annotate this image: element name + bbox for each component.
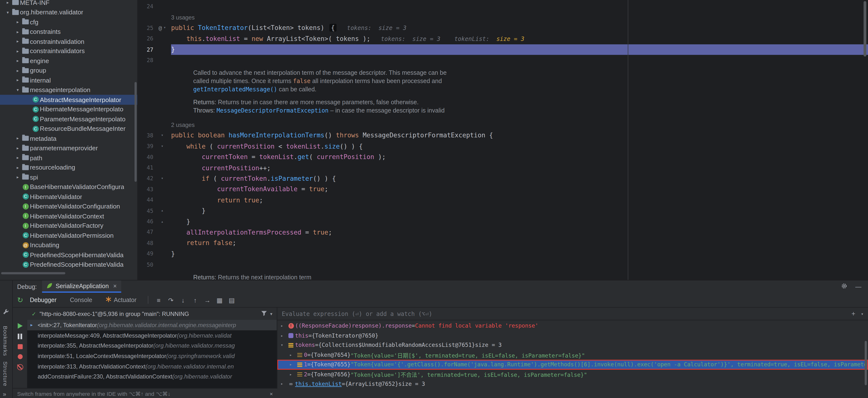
code-line[interactable]: 42▾ if ( currentToken.isParameter() ) { [138,173,868,184]
step-into-icon[interactable]: ↓ [177,297,189,304]
code-editor[interactable]: 243 usages25@▾public TokenIterator(List<… [138,0,868,280]
tree-item[interactable]: ▸constraints [0,27,137,36]
chevron-right-icon[interactable]: ▸ [289,372,296,376]
resume-icon[interactable] [18,323,22,329]
tree-item[interactable]: @Incubating [0,240,137,250]
code-line[interactable]: 24 [138,1,868,12]
tree-item[interactable]: ▸group [0,66,137,76]
stack-frame-row[interactable]: interpolateMessage:409, AbstractMessageI… [27,330,277,340]
chevron-right-icon[interactable]: ▸ [14,39,21,44]
chevron-right-icon[interactable]: ▸ [289,362,296,367]
view-breakpoints-icon[interactable] [18,354,22,359]
usages-annotation[interactable]: 2 usages [171,121,195,128]
chevron-down-icon[interactable]: ▾ [14,87,21,92]
chevron-right-icon[interactable]: ▸ [281,323,287,328]
annotation-gutter-icon[interactable]: @ [159,25,162,31]
tree-item[interactable]: ▸internal [0,75,137,85]
tree-item[interactable]: ▸metadata [0,134,137,143]
usages-annotation[interactable]: 3 usages [171,14,195,21]
hide-panel-icon[interactable]: — [855,283,862,290]
rerun-icon[interactable]: ↻ [17,296,23,304]
fold-icon[interactable]: ▾ [161,176,163,181]
chevron-right-icon[interactable]: ▸ [289,352,296,357]
step-over-icon[interactable]: ↷ [165,296,177,304]
watch-row[interactable]: ▸this = {TokenIterator@7650} [277,331,868,340]
step-out-icon[interactable]: ↑ [189,297,201,304]
chevron-right-icon[interactable]: ▸ [14,49,21,54]
filter-funnel-icon[interactable] [261,310,267,317]
tree-item[interactable]: CHibernateValidatorPermission [0,231,137,240]
editor-scrollbar[interactable] [864,1,866,57]
add-watch-icon[interactable]: + [851,310,855,318]
chevron-right-icon[interactable]: ▸ [14,29,21,34]
tab-actuator[interactable]: Actuator [99,292,143,307]
tree-item[interactable]: ▸engine [0,56,137,66]
javadoc-code-link[interactable]: getInterpolatedMessage() [193,86,277,92]
execution-point-line[interactable]: 27} [138,44,868,55]
bookmarks-tool-button[interactable]: Bookmarks [2,326,8,356]
chevron-right-icon[interactable]: ▸ [14,146,21,150]
tree-item[interactable]: IHibernateValidatorFactory [0,221,137,231]
tree-item[interactable]: CPredefinedScopeHibernateValida [0,250,137,260]
run-config-tab[interactable]: SerializeApplication × [42,280,121,292]
code-line[interactable]: 38▾public boolean hasMoreInterpolationTe… [138,130,868,141]
watch-row[interactable]: ▸∞this.tokenList = {ArrayList@7652} size… [277,379,868,389]
show-execution-point-icon[interactable]: ≡ [153,297,165,304]
gear-icon[interactable] [841,283,847,291]
code-line[interactable]: 28 [138,55,868,65]
tree-item[interactable]: ▾messageinterpolation [0,85,137,95]
stack-frame-row[interactable]: interpolate:313, AbstractValidationConte… [27,361,277,371]
chevron-right-icon[interactable]: ▸ [14,20,21,24]
chevron-right-icon[interactable]: ▸ [14,165,21,170]
watch-row[interactable]: ▸0 = {Token@7654} "Token{value='日期[$', t… [277,350,868,360]
code-line[interactable]: 47 allInterpolationTermsProcessed = true… [138,227,868,237]
stack-frame-row[interactable]: ▸<init>:27, TokenIterator (org.hibernate… [27,320,277,330]
code-line[interactable]: 49} [138,248,868,259]
chevron-down-icon[interactable]: ▾ [4,10,11,15]
code-line[interactable]: 26 this.tokenList = new ArrayList<Token>… [138,33,868,44]
watch-row[interactable]: ▸!((ResponseFacade)response).response = … [277,321,868,331]
tree-horizontal-scrollbar[interactable] [1,272,65,274]
close-icon[interactable]: × [113,283,117,289]
tree-vertical-scrollbar[interactable] [134,82,137,182]
watches-scrollbar[interactable] [865,341,867,385]
tree-item[interactable]: IBaseHibernateValidatorConfigura [0,182,137,192]
tree-item[interactable]: ▸path [0,153,137,163]
stack-frame-row[interactable]: interpolate:355, AbstractMessageInterpol… [27,341,277,351]
tab-console[interactable]: Console [63,292,99,307]
fold-icon[interactable]: ▾ [163,26,166,30]
tab-debugger[interactable]: Debugger [23,292,63,307]
code-line[interactable]: 41 currentPosition++; [138,163,868,173]
tree-item[interactable]: ▸META-INF [0,0,137,7]
code-line[interactable]: 25@▾public TokenIterator(List<Token> tok… [138,23,868,33]
stack-frame-row[interactable]: addConstraintFailure:230, AbstractValida… [27,371,277,382]
tree-item[interactable]: ▸constraintvalidation [0,36,137,46]
chevron-right-icon[interactable]: ▸ [281,381,287,386]
javadoc-code-link[interactable]: MessageDescriptorFormatException [217,107,329,114]
code-line[interactable]: 50 [138,259,868,270]
code-line[interactable]: 45▴ } [138,205,868,216]
more-tool-windows-button[interactable]: » [3,391,6,397]
chevron-right-icon[interactable]: ▸ [4,0,11,5]
code-line[interactable]: 43 currentTokenAvailable = true; [138,184,868,195]
fold-icon[interactable]: ▴ [161,208,163,213]
stop-icon[interactable] [18,344,22,349]
code-line[interactable]: 40 currentToken = tokenList.get( current… [138,151,868,162]
watch-row[interactable]: ▸1 = {Token@7655} "Token{value='{'.getCl… [277,360,868,370]
mute-breakpoints-icon[interactable] [17,364,23,370]
dismiss-hint-icon[interactable]: × [270,391,273,397]
code-line[interactable]: 48 return false; [138,237,868,248]
thread-selector[interactable]: ✓ "http-nio-8080-exec-1"@5,936 in group … [27,308,277,320]
chevron-down-icon[interactable]: ▾ [281,343,287,348]
evaluate-expression-input[interactable]: Evaluate expression (⏎) or add a watch (… [277,308,868,320]
tree-item[interactable]: CHibernateValidator [0,192,137,201]
tree-item[interactable]: ▸spi [0,172,137,182]
run-to-cursor-icon[interactable]: → [201,297,213,304]
chevron-right-icon[interactable]: ▸ [281,333,287,338]
tree-item[interactable]: ▸cfg [0,17,137,27]
chevron-right-icon[interactable]: ▸ [14,175,21,179]
code-line[interactable]: 39▾ while ( currentPosition < tokenList.… [138,141,868,151]
chevron-down-icon[interactable]: ▾ [270,311,272,316]
chevron-right-icon[interactable]: ▸ [14,155,21,160]
view-breakpoints-icon[interactable]: ▦ [213,296,225,304]
